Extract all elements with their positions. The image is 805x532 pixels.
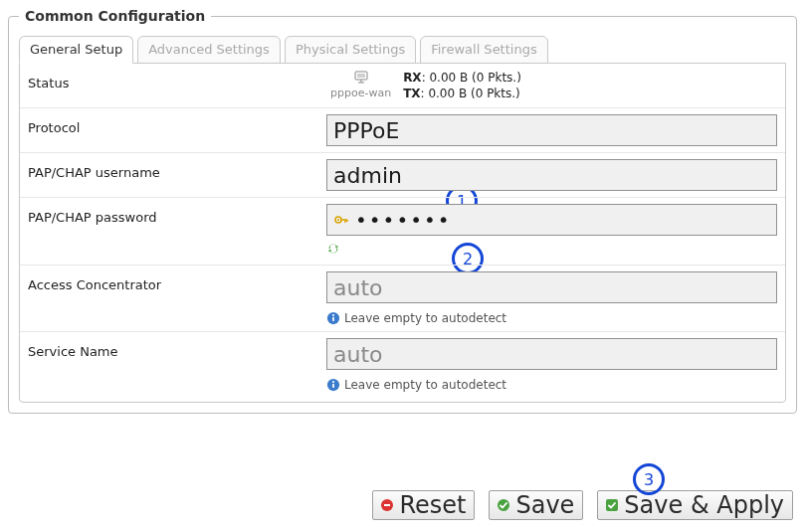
svg-point-17 — [498, 499, 509, 511]
password-input[interactable] — [353, 207, 770, 233]
info-icon — [326, 378, 340, 392]
status-rx-value: 0.00 B (0 Pkts.) — [429, 71, 520, 85]
access-concentrator-hint: Leave empty to autodetect — [344, 311, 506, 325]
svg-point-5 — [337, 219, 339, 221]
tab-firewall-settings[interactable]: Firewall Settings — [420, 36, 547, 64]
reset-button[interactable]: Reset — [372, 490, 475, 520]
svg-point-13 — [332, 381, 334, 383]
svg-rect-18 — [606, 499, 618, 511]
key-icon — [333, 212, 349, 228]
save-button[interactable]: Save — [489, 490, 583, 520]
protocol-label: Protocol — [28, 114, 326, 146]
tabs-bar: General Setup Advanced Settings Physical… — [19, 36, 786, 64]
service-name-label: Service Name — [28, 338, 326, 392]
svg-rect-16 — [384, 504, 390, 506]
button-bar: Reset Save Save & Apply — [372, 490, 793, 520]
svg-rect-14 — [332, 384, 334, 388]
username-input[interactable] — [326, 159, 777, 191]
status-tx-label: TX — [403, 87, 420, 100]
status-label: Status — [28, 70, 326, 101]
save-apply-button[interactable]: Save & Apply — [597, 490, 793, 520]
access-concentrator-input[interactable] — [326, 271, 777, 303]
apply-icon — [604, 497, 620, 513]
status-interface-name: pppoe-wan — [330, 87, 391, 99]
password-field-wrap — [326, 204, 777, 236]
interface-icon — [353, 70, 369, 86]
svg-point-10 — [332, 314, 334, 316]
access-concentrator-label: Access Concentrator — [28, 271, 326, 325]
reset-icon — [379, 497, 395, 513]
service-name-input[interactable] — [326, 338, 777, 370]
tab-physical-settings[interactable]: Physical Settings — [285, 36, 416, 64]
save-apply-button-label: Save & Apply — [624, 493, 784, 517]
info-icon — [326, 311, 340, 325]
svg-rect-1 — [357, 74, 365, 78]
reveal-password-icon[interactable] — [326, 242, 340, 256]
protocol-select[interactable] — [326, 114, 777, 146]
tab-general-setup[interactable]: General Setup — [19, 36, 133, 64]
reset-button-label: Reset — [399, 493, 466, 517]
tab-advanced-settings[interactable]: Advanced Settings — [137, 36, 281, 64]
check-icon — [496, 497, 511, 513]
password-label: PAP/CHAP password — [28, 204, 326, 259]
status-tx-value: 0.00 B (0 Pkts.) — [428, 87, 519, 100]
save-button-label: Save — [515, 493, 574, 517]
username-label: PAP/CHAP username — [28, 159, 326, 191]
tab-panel-general: Status pppoe-wan — [19, 63, 786, 403]
status-stats: RX: 0.00 B (0 Pkts.) TX: 0.00 B (0 Pkts.… — [403, 70, 521, 101]
status-rx-label: RX — [403, 71, 422, 85]
fieldset-legend: Common Configuration — [19, 8, 211, 24]
status-block: pppoe-wan RX: 0.00 B (0 Pkts.) TX: 0.00 … — [330, 70, 521, 101]
common-configuration-fieldset: Common Configuration General Setup Advan… — [8, 8, 797, 414]
service-name-hint: Leave empty to autodetect — [344, 378, 506, 392]
svg-rect-11 — [332, 317, 334, 321]
